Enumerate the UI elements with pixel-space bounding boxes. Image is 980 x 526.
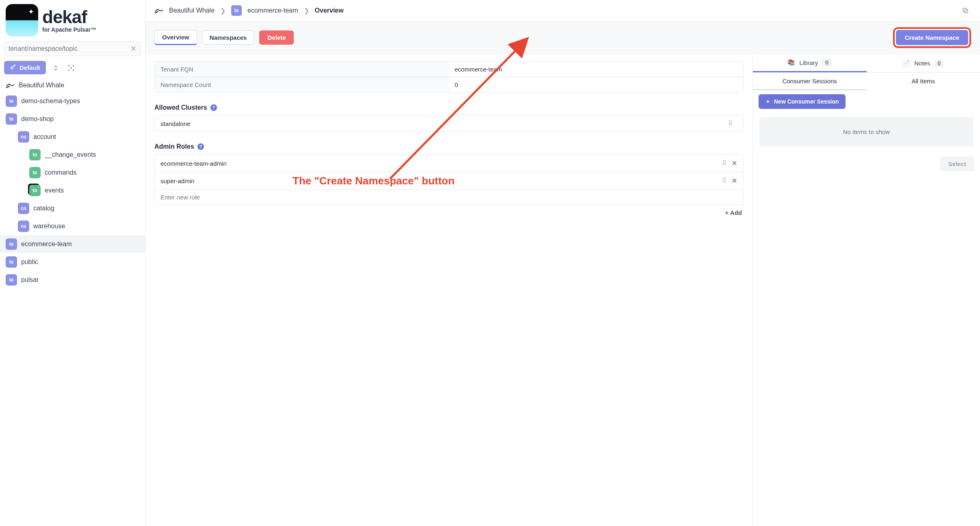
search-input[interactable] (9, 45, 130, 52)
sidebar-item-demo-schema-types[interactable]: tedemo-schema-types (0, 92, 145, 110)
tenant-icon: te (6, 238, 17, 250)
key-icon (10, 64, 16, 71)
sidebar: dekaf for Apache Pulsar™ ✕ Default (0, 0, 145, 526)
admin-roles-title: Admin Roles ? (154, 143, 744, 150)
tenant-icon: te (6, 256, 17, 268)
list-item[interactable]: standalone ⠿ (155, 116, 743, 131)
library-count: 0 (822, 59, 832, 66)
sidebar-item-ecommerce-team[interactable]: teecommerce-team (0, 235, 145, 253)
select-button[interactable]: Select (940, 156, 974, 171)
help-icon[interactable]: ? (210, 104, 217, 111)
delete-button[interactable]: Delete (259, 30, 294, 45)
svg-point-0 (11, 67, 13, 69)
logo-row: dekaf for Apache Pulsar™ (0, 0, 145, 39)
tree-root[interactable]: Beautiful Whale (0, 78, 145, 92)
tenant-icon: te (6, 274, 17, 286)
svg-rect-3 (963, 8, 967, 12)
table-row: Namespace Count 0 (155, 77, 743, 92)
tenant-info-table: Tenant FQN ecommerce-team Namespace Coun… (154, 61, 744, 93)
default-button[interactable]: Default (4, 61, 46, 74)
focus-icon[interactable] (65, 62, 77, 74)
chevron-right-icon: ❯ (304, 7, 309, 15)
namespace-icon: ns (18, 221, 29, 232)
drag-handle-icon[interactable]: ⠿ (728, 120, 733, 127)
topic-icon: to (29, 185, 41, 196)
topic-icon: to (29, 167, 41, 178)
svg-point-1 (71, 67, 72, 68)
tenant-icon: te (6, 113, 17, 125)
ns-count-label: Namespace Count (155, 77, 449, 92)
list-item[interactable]: ecommerce-team-admin ⠿ ✕ (155, 155, 743, 172)
notes-count: 0 (934, 60, 944, 67)
brand-name: dekaf (42, 8, 96, 26)
chevron-right-icon: ❯ (220, 7, 225, 15)
help-icon[interactable]: ? (197, 143, 204, 150)
fqn-label: Tenant FQN (155, 62, 449, 77)
close-icon[interactable]: ✕ (731, 159, 737, 168)
right-panel: 📚 Library 0 📄 Notes 0 Consumer Sessions … (752, 54, 980, 526)
tenant-icon: te (231, 5, 242, 16)
library-icon: 📚 (787, 59, 795, 66)
subtab-all-items[interactable]: All Items (867, 73, 980, 90)
empty-state: No items to show (759, 117, 973, 147)
table-row: Tenant FQN ecommerce-team (155, 62, 743, 77)
namespace-icon: ns (18, 203, 29, 214)
sidebar-item-warehouse[interactable]: nswarehouse (0, 217, 145, 235)
topic-icon: to (29, 149, 41, 160)
main: Beautiful Whale ❯ te ecommerce-team ❯ Ov… (145, 0, 980, 526)
collapse-icon[interactable] (50, 62, 61, 74)
whale-icon (154, 7, 163, 14)
sidebar-item-events[interactable]: toevents (0, 182, 145, 199)
add-role-row: + Add (154, 205, 744, 220)
sidebar-item-change-events[interactable]: to__change_events (0, 146, 145, 164)
drag-handle-icon[interactable]: ⠿ (722, 177, 726, 184)
close-icon[interactable]: ✕ (731, 176, 737, 185)
brand-tagline: for Apache Pulsar™ (42, 27, 96, 32)
sidebar-item-pulsar[interactable]: tepulsar (0, 271, 145, 289)
tree: Beautiful Whale tedemo-schema-types tede… (0, 78, 145, 526)
sidebar-item-demo-shop[interactable]: tedemo-shop (0, 110, 145, 128)
new-role-input-row[interactable] (155, 190, 743, 205)
tab-notes[interactable]: 📄 Notes 0 (867, 54, 980, 72)
clear-icon[interactable]: ✕ (130, 44, 137, 53)
svg-rect-2 (964, 9, 968, 13)
sidebar-item-account[interactable]: nsaccount (0, 128, 145, 146)
drag-handle-icon[interactable]: ⠿ (722, 160, 726, 167)
breadcrumb-current: Overview (315, 7, 344, 14)
plus-icon: ＋ (765, 98, 771, 105)
tab-namespaces[interactable]: Namespaces (202, 30, 255, 45)
sidebar-item-catalog[interactable]: nscatalog (0, 199, 145, 217)
add-role-button[interactable]: + Add (725, 209, 742, 216)
breadcrumb: Beautiful Whale ❯ te ecommerce-team ❯ Ov… (145, 0, 980, 22)
notes-icon: 📄 (902, 60, 910, 67)
namespace-icon: ns (18, 131, 29, 143)
breadcrumb-root[interactable]: Beautiful Whale (169, 7, 215, 14)
new-role-input[interactable] (160, 194, 737, 201)
create-namespace-button[interactable]: Create Namespace (896, 30, 968, 45)
copy-icon[interactable] (960, 5, 971, 16)
breadcrumb-tenant[interactable]: ecommerce-team (247, 7, 298, 14)
sidebar-item-commands[interactable]: tocommands (0, 164, 145, 182)
fqn-value: ecommerce-team (449, 62, 743, 77)
overview-panel: Tenant FQN ecommerce-team Namespace Coun… (145, 54, 752, 526)
annotation-label: The "Create Namespace" button (293, 175, 455, 187)
allowed-clusters-list: standalone ⠿ (154, 115, 744, 132)
new-consumer-session-button[interactable]: ＋ New Consumer Session (759, 94, 846, 109)
allowed-clusters-title: Allowed Clusters ? (154, 104, 744, 111)
logo-icon (6, 4, 38, 37)
subtab-consumer-sessions[interactable]: Consumer Sessions (753, 73, 867, 90)
sidebar-item-public[interactable]: tepublic (0, 253, 145, 271)
tab-overview[interactable]: Overview (154, 30, 197, 45)
annotation-highlight: Create Namespace (893, 27, 971, 48)
action-bar: Overview Namespaces Delete Create Namesp… (145, 22, 980, 54)
whale-icon (6, 82, 15, 89)
search-input-wrap[interactable]: ✕ (4, 41, 141, 56)
tenant-icon: te (6, 95, 17, 107)
ns-count-value: 0 (449, 77, 743, 92)
tab-library[interactable]: 📚 Library 0 (753, 54, 867, 72)
